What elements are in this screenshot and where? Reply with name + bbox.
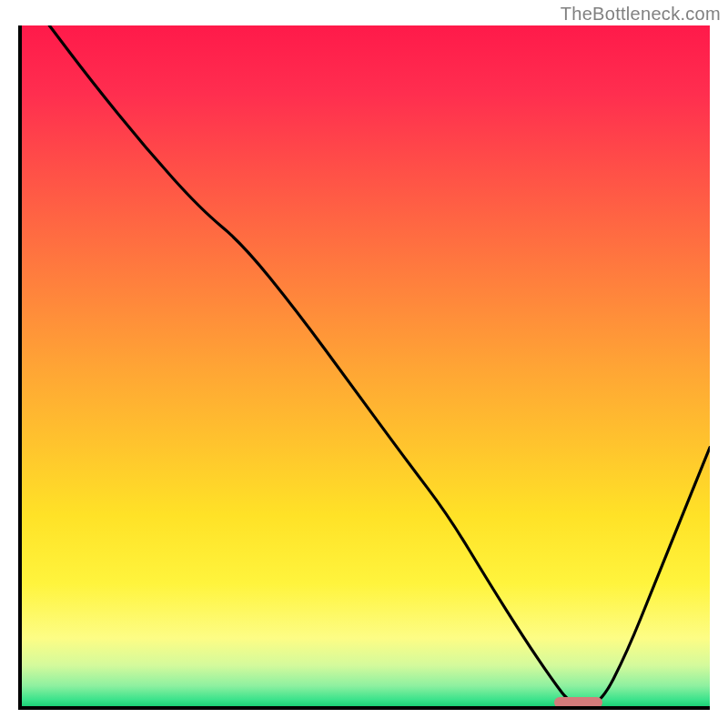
optimal-range-marker — [554, 697, 602, 708]
watermark-text: TheBottleneck.com — [561, 4, 721, 25]
bottleneck-curve — [22, 25, 710, 706]
plot-area — [18, 25, 710, 710]
chart-canvas: TheBottleneck.com — [0, 0, 728, 728]
